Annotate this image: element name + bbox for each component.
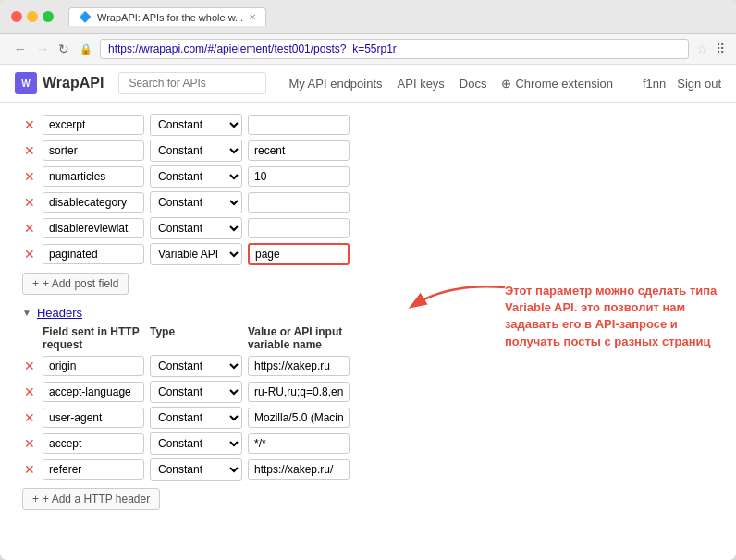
value-input[interactable]	[248, 356, 350, 376]
type-select[interactable]: ConstantVariable API	[150, 217, 242, 239]
type-select[interactable]: ConstantVariable API	[150, 114, 242, 136]
logo[interactable]: W WrapAPI	[15, 72, 104, 94]
browser-window: 🔷 WrapAPI: APIs for the whole w... ✕ ← →…	[0, 0, 736, 560]
title-bar: 🔷 WrapAPI: APIs for the whole w... ✕	[0, 0, 736, 34]
field-name-input[interactable]	[43, 140, 144, 161]
post-fields-section: ✕ ConstantVariable API ✕ ConstantVariabl…	[22, 114, 714, 302]
my-api-endpoints-link[interactable]: My API endpoints	[288, 77, 382, 91]
extensions-icon[interactable]: ⠿	[716, 42, 725, 56]
type-select[interactable]: ConstantVariable API	[150, 243, 242, 265]
main-content: ✕ ConstantVariable API ✕ ConstantVariabl…	[0, 103, 736, 560]
add-http-header-label: + Add a HTTP header	[43, 493, 150, 505]
username-link[interactable]: f1nn	[643, 77, 666, 91]
field-name-input[interactable]	[43, 382, 144, 402]
field-name-input[interactable]	[43, 459, 144, 480]
delete-button[interactable]: ✕	[22, 143, 37, 158]
col-hdr-field: Field sent in HTTP request	[43, 325, 144, 351]
delete-button[interactable]: ✕	[22, 117, 37, 132]
forward-button[interactable]: →	[33, 42, 52, 56]
field-name-input[interactable]	[43, 115, 144, 135]
table-row: ✕ ConstantVariable API	[22, 114, 714, 136]
logo-icon: W	[15, 72, 37, 94]
table-row: ✕ ConstantVariable API	[22, 243, 714, 265]
field-name-input[interactable]	[43, 433, 144, 454]
add-post-field-button[interactable]: + + Add post field	[22, 273, 129, 295]
type-select[interactable]: ConstantVariable API	[150, 458, 242, 481]
value-input[interactable]	[248, 218, 350, 238]
table-row: ✕ ConstantVariable API	[22, 432, 714, 455]
delete-button[interactable]: ✕	[22, 436, 37, 451]
search-input[interactable]	[118, 72, 266, 94]
value-input[interactable]	[248, 459, 350, 480]
type-select[interactable]: ConstantVariable API	[150, 432, 242, 455]
value-input-highlighted[interactable]	[248, 243, 350, 265]
delete-button[interactable]: ✕	[22, 384, 37, 399]
table-row: ✕ ConstantVariable API	[22, 191, 714, 213]
value-input[interactable]	[248, 192, 350, 213]
chrome-extension-link[interactable]: ⊕ Chrome extension	[501, 77, 613, 91]
browser-tab[interactable]: 🔷 WrapAPI: APIs for the whole w... ✕	[68, 7, 266, 26]
chrome-icon: ⊕	[501, 77, 511, 91]
field-name-input[interactable]	[43, 218, 144, 238]
nav-buttons: ← → ↻	[11, 42, 72, 56]
chrome-ext-label: Chrome extension	[515, 77, 613, 91]
delete-button[interactable]: ✕	[22, 462, 37, 477]
minimize-traffic-light[interactable]	[27, 11, 38, 22]
field-name-input[interactable]	[43, 192, 144, 213]
api-keys-link[interactable]: API keys	[398, 77, 445, 91]
field-name-input[interactable]	[43, 166, 144, 187]
signout-link[interactable]: Sign out	[677, 77, 721, 91]
value-input[interactable]	[248, 382, 350, 402]
delete-button[interactable]: ✕	[22, 247, 37, 262]
nav-links: My API endpoints API keys Docs	[288, 77, 486, 91]
delete-button[interactable]: ✕	[22, 221, 37, 236]
address-bar: ← → ↻ 🔒 ☆ ⠿	[0, 34, 736, 65]
type-select[interactable]: ConstantVariable API	[150, 381, 242, 403]
table-row: ✕ ConstantVariable API	[22, 217, 714, 239]
secure-icon: 🔒	[80, 43, 92, 55]
value-input[interactable]	[248, 166, 350, 187]
bookmark-icon[interactable]: ☆	[696, 42, 708, 56]
tab-favicon: 🔷	[79, 11, 92, 23]
value-input[interactable]	[248, 140, 350, 161]
annotation-overlay: Этот параметр можно сделать типа Variabl…	[505, 283, 718, 350]
delete-button[interactable]: ✕	[22, 359, 37, 373]
field-name-input[interactable]	[43, 408, 144, 428]
type-select[interactable]: ConstantVariable API	[150, 191, 242, 213]
user-links: f1nn Sign out	[643, 77, 721, 91]
traffic-lights	[11, 11, 54, 22]
table-row: ✕ ConstantVariable API	[22, 165, 714, 188]
delete-button[interactable]: ✕	[22, 169, 37, 184]
annotation-arrow	[394, 274, 514, 329]
maximize-traffic-light[interactable]	[43, 11, 54, 22]
plus-icon: +	[32, 277, 39, 290]
table-row: ✕ ConstantVariable API	[22, 458, 714, 481]
value-input[interactable]	[248, 115, 350, 135]
type-select[interactable]: ConstantVariable API	[150, 355, 242, 377]
type-select[interactable]: ConstantVariable API	[150, 407, 242, 429]
collapse-icon[interactable]: ▼	[22, 308, 31, 318]
docs-link[interactable]: Docs	[460, 77, 487, 91]
logo-text: WrapAPI	[43, 75, 104, 91]
table-row: ✕ ConstantVariable API	[22, 140, 714, 162]
value-input[interactable]	[248, 433, 350, 454]
tab-close-button[interactable]: ✕	[249, 12, 256, 22]
value-input[interactable]	[248, 408, 350, 428]
close-traffic-light[interactable]	[11, 11, 22, 22]
type-select[interactable]: ConstantVariable API	[150, 140, 242, 162]
headers-section-title[interactable]: Headers	[37, 306, 82, 320]
delete-button[interactable]: ✕	[22, 195, 37, 210]
reload-button[interactable]: ↻	[55, 42, 72, 56]
delete-button[interactable]: ✕	[22, 410, 37, 425]
table-row: ✕ ConstantVariable API	[22, 355, 714, 377]
type-select[interactable]: ConstantVariable API	[150, 165, 242, 188]
field-name-input[interactable]	[43, 244, 144, 264]
url-input[interactable]	[100, 39, 689, 59]
table-row: ✕ ConstantVariable API	[22, 381, 714, 403]
col-hdr-value: Value or API input variable name	[248, 325, 350, 351]
field-name-input[interactable]	[43, 356, 144, 376]
plus-icon: +	[32, 493, 39, 505]
add-http-header-button[interactable]: + + Add a HTTP header	[22, 488, 160, 510]
back-button[interactable]: ←	[11, 42, 30, 56]
table-row: ✕ ConstantVariable API	[22, 407, 714, 429]
